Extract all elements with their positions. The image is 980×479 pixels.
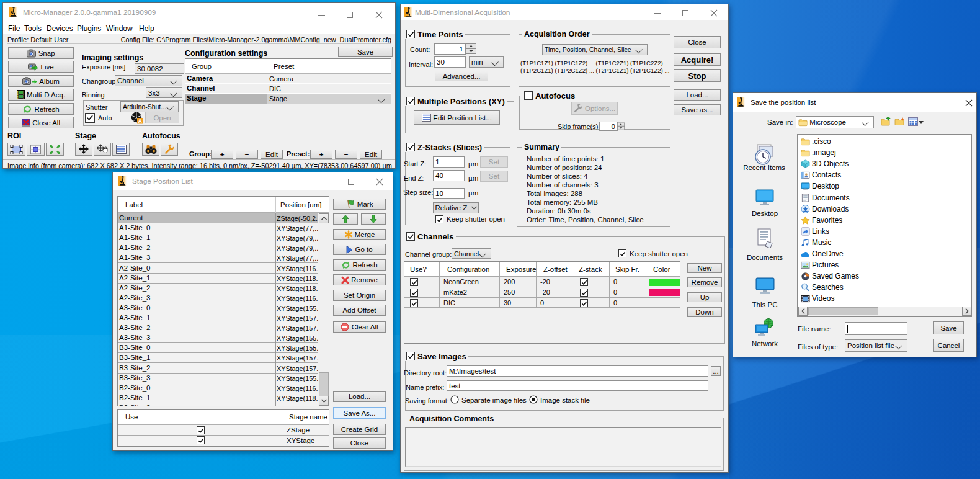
svg-text:A: A <box>138 118 142 124</box>
